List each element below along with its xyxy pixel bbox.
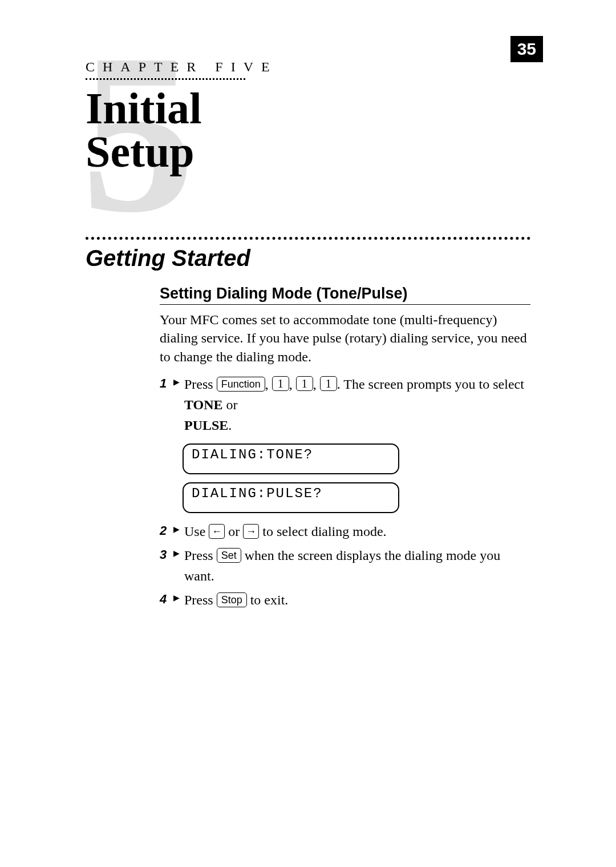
- text: . The screen prompts you to select: [337, 377, 524, 392]
- subsection: Setting Dialing Mode (Tone/Pulse) Your M…: [160, 285, 530, 610]
- pulse-label: PULSE: [184, 418, 228, 433]
- step-marker-icon: ▶: [173, 590, 180, 607]
- arrow-left-key: ←: [209, 524, 225, 539]
- text: or: [223, 397, 238, 412]
- tone-label: TONE: [184, 397, 223, 412]
- chapter-header: 5 CHAPTER FIVE Initial Setup: [86, 59, 548, 174]
- chapter-label-dots: [86, 78, 245, 80]
- text: or: [228, 524, 243, 539]
- chapter-label: CHAPTER FIVE: [86, 59, 548, 75]
- lcd-display-group: DIALING:TONE? DIALING:PULSE?: [183, 443, 530, 513]
- chapter-title-line2: Setup: [86, 127, 194, 176]
- step-marker-icon: ▶: [173, 545, 180, 562]
- one-key: 1: [272, 376, 289, 391]
- step-number: 3: [160, 545, 170, 564]
- step-number: 4: [160, 590, 170, 608]
- step-marker-icon: ▶: [173, 374, 180, 391]
- stop-key: Stop: [217, 592, 247, 607]
- step-1: 1 ▶ Press Function, 1, 1, 1. The screen …: [160, 374, 530, 435]
- step-content: Press Function, 1, 1, 1. The screen prom…: [184, 374, 530, 435]
- text: Press: [184, 548, 217, 563]
- text: Press: [184, 377, 217, 392]
- step-content: Press Set when the screen displays the d…: [184, 545, 530, 586]
- step-3: 3 ▶ Press Set when the screen displays t…: [160, 545, 530, 586]
- page-number-badge: 35: [510, 36, 543, 62]
- chapter-title: Initial Setup: [86, 87, 548, 174]
- step-number: 1: [160, 374, 170, 393]
- text: Press: [184, 592, 217, 607]
- text: to select dialing mode.: [262, 524, 386, 539]
- one-key: 1: [320, 376, 337, 391]
- text: ,: [265, 377, 272, 392]
- subsection-title: Setting Dialing Mode (Tone/Pulse): [160, 285, 530, 305]
- set-key: Set: [217, 548, 241, 563]
- lcd-display-tone: DIALING:TONE?: [183, 443, 399, 474]
- text: to exit.: [250, 592, 289, 607]
- page: 35 5 CHAPTER FIVE Initial Setup Getting …: [0, 0, 616, 867]
- step-number: 2: [160, 521, 170, 540]
- step-content: Press Stop to exit.: [184, 590, 530, 610]
- one-key: 1: [296, 376, 313, 391]
- function-key: Function: [217, 377, 265, 392]
- lcd-display-pulse: DIALING:PULSE?: [183, 482, 399, 513]
- step-2: 2 ▶ Use ← or → to select dialing mode.: [160, 521, 530, 542]
- text: ,: [289, 377, 296, 392]
- arrow-right-key: →: [243, 524, 259, 539]
- text: ,: [313, 377, 320, 392]
- subsection-intro: Your MFC comes set to accommodate tone (…: [160, 310, 530, 366]
- chapter-title-line1: Initial: [86, 83, 202, 133]
- step-content: Use ← or → to select dialing mode.: [184, 521, 530, 542]
- text: Use: [184, 524, 209, 539]
- step-marker-icon: ▶: [173, 521, 180, 538]
- text: .: [228, 418, 232, 433]
- step-4: 4 ▶ Press Stop to exit.: [160, 590, 530, 610]
